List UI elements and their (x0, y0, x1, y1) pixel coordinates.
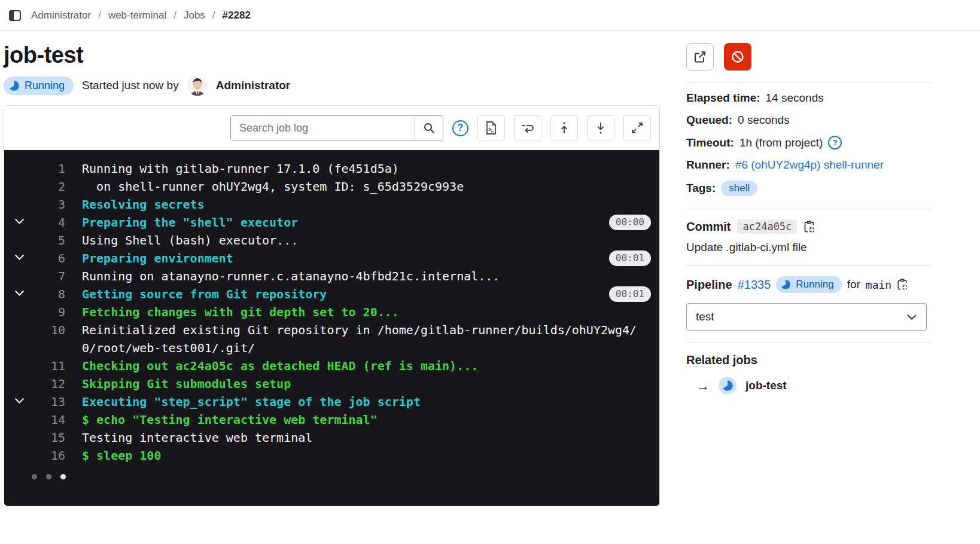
log-line-text: Resolving secrets (82, 195, 650, 213)
stage-dropdown[interactable]: test (686, 303, 927, 331)
log-line-number[interactable]: 7 (34, 267, 65, 285)
open-in-new-tab-button[interactable] (686, 43, 714, 71)
log-line: 8 Getting source from Git repository 00:… (4, 285, 659, 303)
log-line: 9 Fetching changes with git depth set to… (4, 303, 659, 321)
related-job-item[interactable]: → job-test (696, 377, 932, 395)
wrap-lines-button[interactable] (514, 115, 541, 140)
log-line-text: $ sleep 100 (82, 447, 650, 464)
cancel-job-button[interactable] (724, 43, 751, 71)
detail-value: 1h (from project) (739, 136, 823, 149)
avatar[interactable] (187, 75, 208, 96)
fullscreen-button[interactable] (623, 115, 651, 140)
commit-sha-link[interactable]: ac24a05c (737, 219, 797, 234)
copy-icon (897, 279, 908, 291)
log-line-text: Testing interactive web terminal (82, 429, 650, 447)
log-line-number[interactable]: 3 (34, 195, 65, 213)
breadcrumb-item-web-terminal[interactable]: web-terminal (108, 10, 166, 22)
pipeline-label: Pipeline (686, 278, 732, 292)
log-line: 10 Reinitialized existing Git repository… (4, 321, 659, 357)
log-line-number[interactable]: 2 (34, 178, 65, 195)
log-line-number[interactable]: 8 (34, 285, 65, 303)
breadcrumb-item-jobs[interactable]: Jobs (184, 10, 205, 22)
log-section-chevron-icon[interactable] (4, 249, 34, 261)
runner-link[interactable]: #6 (ohUY2wg4p) shell-runner (735, 158, 884, 172)
detail-tags: Tags: shell (686, 181, 932, 196)
search-button[interactable] (415, 116, 443, 140)
detail-elapsed-time: Elapsed time: 14 seconds (686, 91, 932, 105)
detail-label: Queued: (686, 114, 732, 127)
log-line-number[interactable]: 1 (34, 160, 65, 178)
pipeline-row: Pipeline #1335 Running for main (686, 276, 932, 293)
scroll-to-bottom-button[interactable] (587, 115, 614, 140)
sidebar-divider (686, 343, 932, 343)
arrow-right-icon: → (696, 378, 710, 394)
log-line-number[interactable]: 16 (34, 447, 65, 464)
breadcrumb-separator: / (98, 10, 101, 22)
log-line-text: Getting source from Git repository (82, 285, 650, 303)
log-line-text: $ echo "Testing interactive web terminal… (82, 411, 650, 429)
detail-label: Tags: (686, 182, 716, 195)
loading-dot (46, 474, 51, 479)
page-title: job-test (4, 42, 660, 68)
timeout-help-icon[interactable]: ? (828, 136, 842, 149)
sidebar-toggle-icon[interactable] (7, 8, 23, 23)
copy-commit-sha-button[interactable] (804, 221, 815, 233)
log-line: 7 Running on atanayno-runner.c.atanayno-… (4, 267, 659, 285)
detail-label: Elapsed time: (686, 91, 760, 105)
copy-ref-button[interactable] (897, 279, 908, 291)
sidebar-divider (686, 209, 932, 209)
detail-value: 0 seconds (738, 114, 790, 127)
fullscreen-icon (631, 121, 644, 135)
log-line-number[interactable]: 14 (34, 411, 65, 429)
log-line-number[interactable]: 10 (34, 321, 65, 339)
job-actions (686, 43, 932, 82)
log-loading-indicator (32, 474, 659, 479)
log-line-text: Using Shell (bash) executor... (82, 231, 650, 249)
help-icon[interactable]: ? (452, 120, 468, 136)
detail-label: Timeout: (686, 136, 734, 149)
sidebar-divider (686, 82, 932, 82)
stage-dropdown-value: test (696, 310, 714, 323)
log-line: 1 Running with gitlab-runner 17.1.0 (fe4… (4, 160, 659, 178)
log-line-number[interactable]: 12 (34, 375, 65, 393)
copy-icon (804, 221, 815, 233)
status-badge-label: Running (25, 80, 65, 92)
log-line: 3 Resolving secrets (4, 195, 659, 213)
job-log-toolbar: ? (4, 106, 659, 150)
log-line: 2 on shell-runner ohUY2wg4, system ID: s… (4, 178, 659, 195)
log-line-text: Reinitialized existing Git repository in… (82, 321, 650, 357)
log-line: 5 Using Shell (bash) executor... (4, 231, 659, 249)
loading-dot (60, 474, 66, 479)
commit-message: Update .gitlab-ci.yml file (686, 241, 932, 254)
log-section-chevron-icon[interactable] (4, 213, 34, 225)
breadcrumb: Administrator / web-terminal / Jobs / #2… (0, 0, 980, 30)
wrap-lines-icon (521, 122, 535, 134)
scroll-to-top-button[interactable] (550, 115, 578, 140)
log-line: 13 Executing "step_script" stage of the … (4, 393, 659, 411)
log-line-number[interactable]: 13 (34, 393, 65, 411)
log-line-number[interactable]: 9 (34, 303, 65, 321)
scroll-to-top-icon (558, 121, 570, 135)
log-line-number[interactable]: 5 (34, 231, 65, 249)
log-line-number[interactable]: 11 (34, 357, 65, 375)
log-section-chevron-icon[interactable] (4, 285, 34, 297)
log-section-chevron-icon[interactable] (4, 393, 34, 404)
log-line: 12 Skipping Git submodules setup (4, 375, 659, 393)
job-log: 1 Running with gitlab-runner 17.1.0 (fe4… (4, 150, 659, 506)
log-line-number[interactable]: 4 (34, 213, 65, 231)
log-line-number[interactable]: 15 (34, 429, 65, 447)
user-name-link[interactable]: Administrator (216, 79, 291, 92)
pipeline-ref: main (866, 279, 891, 291)
log-line-number[interactable]: 6 (34, 249, 65, 267)
breadcrumb-item-administrator[interactable]: Administrator (31, 10, 91, 22)
tag-shell[interactable]: shell (721, 181, 757, 196)
detail-runner: Runner: #6 (ohUY2wg4p) shell-runner (686, 158, 932, 172)
status-badge[interactable]: Running (4, 77, 74, 95)
raw-log-button[interactable] (477, 115, 505, 140)
pipeline-status-badge[interactable]: Running (776, 276, 841, 293)
log-line-text: Checking out ac24a05c as detached HEAD (… (82, 357, 650, 375)
pipeline-id-link[interactable]: #1335 (738, 278, 771, 292)
log-line-text: Running on atanayno-runner.c.atanayno-4b… (82, 267, 650, 285)
search-input[interactable] (231, 116, 415, 140)
log-duration-badge: 00:01 (609, 286, 651, 302)
